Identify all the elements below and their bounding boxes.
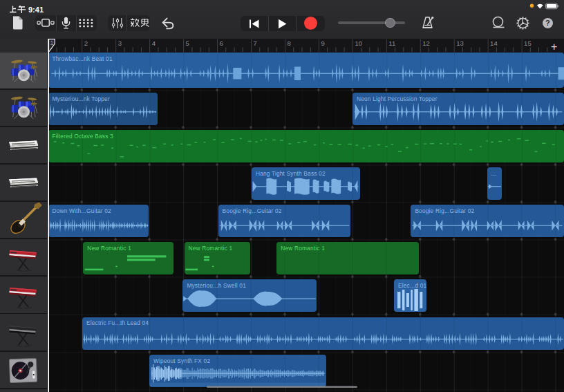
svg-text:7: 7 xyxy=(254,39,257,47)
svg-text:3: 3 xyxy=(118,39,122,47)
svg-text:2: 2 xyxy=(84,39,88,47)
svg-text:14: 14 xyxy=(490,39,498,47)
svg-text:5: 5 xyxy=(186,39,189,47)
svg-text:11: 11 xyxy=(388,39,395,47)
svg-text:10: 10 xyxy=(355,39,362,47)
svg-text:15: 15 xyxy=(524,39,532,47)
svg-text:4: 4 xyxy=(152,39,156,47)
svg-text:8: 8 xyxy=(288,39,291,47)
svg-text:9: 9 xyxy=(321,39,324,47)
svg-text:+: + xyxy=(551,41,557,53)
svg-text:12: 12 xyxy=(422,39,430,47)
svg-text:13: 13 xyxy=(456,39,464,47)
svg-text:1: 1 xyxy=(50,39,54,46)
svg-text:9:41: 9:41 xyxy=(28,6,44,14)
svg-text:6: 6 xyxy=(220,39,223,47)
